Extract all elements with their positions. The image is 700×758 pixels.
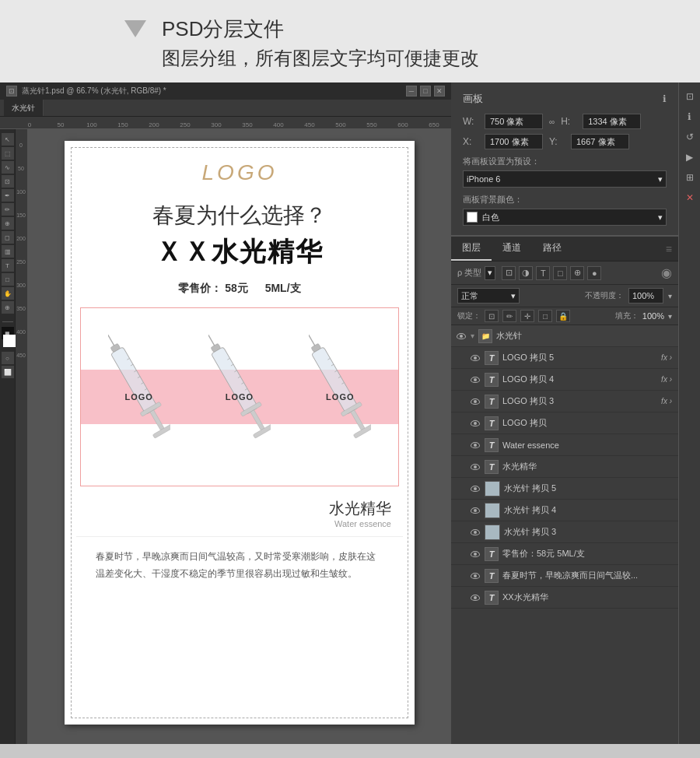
- lock-all-btn[interactable]: 🔒: [556, 310, 570, 322]
- layers-filter-toggle[interactable]: ◉: [661, 265, 672, 280]
- layer-eye-11[interactable]: [470, 570, 481, 581]
- svg-rect-34: [351, 410, 365, 430]
- layer-item-logo5[interactable]: T LOGO 拷贝 5 fx ›: [451, 347, 678, 369]
- layer-eye-8[interactable]: [470, 505, 481, 516]
- lock-image-btn[interactable]: ✏: [502, 310, 516, 322]
- move-tool[interactable]: ↖: [2, 133, 14, 146]
- bg-select[interactable]: 白色 ▾: [463, 209, 667, 226]
- layer-item-water-essence[interactable]: T Water essence: [451, 434, 678, 456]
- clone-tool[interactable]: ⊕: [2, 217, 14, 230]
- info-panel-icon[interactable]: ℹ: [682, 109, 698, 125]
- background-color[interactable]: [3, 335, 16, 347]
- lock-position-btn[interactable]: ✛: [520, 310, 534, 322]
- w-input[interactable]: 750 像素: [485, 114, 543, 129]
- blend-mode-select[interactable]: 正常 ▾: [457, 288, 520, 304]
- layer-eye-10[interactable]: [470, 549, 481, 560]
- layer-item-shuiguang[interactable]: T 水光精华: [451, 456, 678, 478]
- price-label: 零售价：: [178, 282, 222, 294]
- text-tool[interactable]: T: [2, 259, 14, 272]
- group-chevron[interactable]: ▾: [471, 332, 474, 340]
- properties-icon[interactable]: ⊞: [682, 170, 698, 185]
- h-input[interactable]: 1334 像素: [583, 114, 641, 129]
- layer-item-logo3[interactable]: T LOGO 拷贝 3 fx ›: [451, 391, 678, 412]
- lock-artboard-btn[interactable]: □: [538, 310, 552, 322]
- product-name-cn: 水光精华: [88, 498, 391, 519]
- hand-tool[interactable]: ✋: [2, 287, 14, 300]
- svg-line-25: [309, 332, 316, 346]
- layer-eye-9[interactable]: [470, 527, 481, 538]
- filter-adjust-btn[interactable]: ◑: [519, 266, 533, 280]
- header-line1: PSD分层文件: [162, 16, 479, 43]
- layer-eye-3[interactable]: [470, 396, 481, 407]
- v-ruler-150: 150: [15, 203, 27, 226]
- close-button[interactable]: ✕: [434, 86, 445, 97]
- shape-tool[interactable]: □: [2, 273, 14, 286]
- layer-item-price[interactable]: T 零售价：58元 5ML/支: [451, 543, 678, 565]
- layer-eye-0[interactable]: [456, 331, 467, 342]
- eraser-tool[interactable]: ◻: [2, 231, 14, 244]
- text-type-icon-1: T: [485, 351, 499, 365]
- layers-filter-select[interactable]: ▾: [485, 266, 495, 280]
- layer-item-needle5[interactable]: 水光针 拷贝 5: [451, 478, 678, 500]
- layers-tab-group: 图层 通道 路径: [451, 237, 572, 261]
- eyedropper-tool[interactable]: ✒: [2, 189, 14, 202]
- ps-doc-tab[interactable]: 水光针: [4, 100, 44, 116]
- lock-transparency-btn[interactable]: ⊡: [485, 310, 499, 322]
- y-input[interactable]: 1667 像素: [571, 134, 629, 149]
- layer-eye-4[interactable]: [470, 418, 481, 429]
- layer-eye-5[interactable]: [470, 440, 481, 451]
- opacity-input[interactable]: 100%: [628, 288, 663, 304]
- zoom-tool[interactable]: ⊕: [2, 301, 14, 314]
- syringe-item-2: LOGO: [197, 319, 282, 475]
- filter-smart-btn[interactable]: ⊕: [570, 266, 584, 280]
- filter-shape-btn[interactable]: □: [553, 266, 567, 280]
- color-swatch[interactable]: [467, 212, 478, 223]
- preset-select[interactable]: iPhone 6 ▾: [463, 170, 667, 188]
- filter-text-btn[interactable]: T: [536, 266, 550, 280]
- screen-mode-tool[interactable]: ⬜: [2, 366, 14, 378]
- actions-icon[interactable]: ▶: [682, 149, 698, 165]
- layer-eye-6[interactable]: [470, 461, 481, 472]
- layer-fx-3: fx ›: [661, 397, 672, 405]
- filter-color-btn[interactable]: ●: [587, 266, 601, 280]
- layer-eye-1[interactable]: [470, 353, 481, 363]
- tab-paths[interactable]: 路径: [532, 237, 572, 261]
- select-tool[interactable]: ⬚: [2, 147, 14, 160]
- x-icon[interactable]: ✕: [682, 190, 698, 205]
- layer-eye-12[interactable]: [470, 592, 481, 603]
- artboard-icon[interactable]: ⊡: [682, 89, 698, 104]
- layer-item-logo-copy[interactable]: T LOGO 拷贝: [451, 412, 678, 434]
- layer-item-logo4[interactable]: T LOGO 拷贝 4 fx ›: [451, 369, 678, 391]
- ruler-550: 550: [356, 121, 387, 128]
- maximize-button[interactable]: □: [420, 86, 431, 97]
- svg-rect-15: [211, 347, 258, 415]
- layer-item-xx[interactable]: T XX水光精华: [451, 587, 678, 609]
- quick-mask-tool[interactable]: ○: [2, 352, 14, 364]
- lock-label: 锁定：: [457, 311, 481, 321]
- x-input[interactable]: 1700 像素: [485, 134, 543, 149]
- filter-pixel-btn[interactable]: ⊡: [502, 266, 516, 280]
- ruler-650: 650: [418, 121, 450, 128]
- layer-item-needle4[interactable]: 水光针 拷贝 4: [451, 500, 678, 521]
- tab-layers[interactable]: 图层: [451, 237, 492, 261]
- syringe-label-1: LOGO: [124, 392, 152, 402]
- layer-name-8: 水光针 拷贝 4: [504, 504, 672, 516]
- layer-group-header[interactable]: ▾ 📁 水光针: [451, 325, 678, 347]
- lasso-tool[interactable]: ∿: [2, 161, 14, 174]
- lock-row: 锁定： ⊡ ✏ ✛ □ 🔒 填充： 100% ▾: [451, 307, 678, 325]
- minimize-button[interactable]: ─: [406, 86, 417, 97]
- ps-top-ruler: 0 50 100 150 200 250 300 350 400 450 500…: [0, 117, 451, 129]
- gradient-tool[interactable]: ▥: [2, 245, 14, 258]
- product-image-area: LOGO: [80, 307, 399, 486]
- tab-channels[interactable]: 通道: [492, 237, 532, 261]
- layer-eye-2[interactable]: [470, 374, 481, 385]
- description-section: 春夏时节，早晚凉爽而日间气温较高，又时常受寒潮影响，皮肤在这温差变化大、干湿度不…: [76, 536, 403, 598]
- canvas-document: LOGO 春夏为什么选择？ ＸＸ水光精华 零售价： 58元 5ML/支: [65, 141, 415, 725]
- history-icon[interactable]: ↺: [682, 129, 698, 145]
- layer-item-needle3[interactable]: 水光针 拷贝 3: [451, 521, 678, 543]
- layer-item-desc[interactable]: T 春夏时节，早晚凉爽而日间气温较...: [451, 565, 678, 587]
- layer-eye-7[interactable]: [470, 483, 481, 494]
- brush-tool[interactable]: ✏: [2, 203, 14, 216]
- text-type-icon-2: T: [485, 373, 499, 387]
- crop-tool[interactable]: ⊡: [2, 175, 14, 188]
